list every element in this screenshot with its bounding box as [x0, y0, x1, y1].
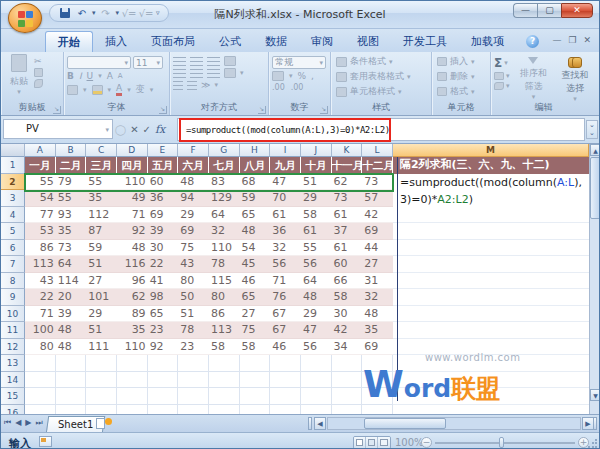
close-button[interactable]: ✕ [561, 3, 593, 18]
cell-G4[interactable]: 64 [209, 207, 240, 224]
cell-E15[interactable] [148, 388, 179, 405]
orientation-icon[interactable] [224, 56, 236, 66]
zoom-out-icon[interactable]: − [421, 437, 432, 448]
cell-H16[interactable] [240, 405, 271, 415]
cell-C13[interactable] [86, 355, 117, 372]
cell-B6[interactable]: 73 [56, 240, 87, 257]
cell-B3[interactable]: 55 [56, 190, 87, 207]
delete-cells-button[interactable]: 删除▾ [435, 69, 487, 84]
cell-G15[interactable] [209, 388, 240, 405]
cell-H5[interactable]: 48 [240, 223, 271, 240]
paste-button[interactable]: 粘贴 [4, 75, 34, 88]
cell-D16[interactable] [117, 405, 148, 415]
border-icon[interactable] [67, 85, 78, 95]
cell-H10[interactable]: 27 [240, 306, 271, 323]
cell-M9[interactable] [393, 289, 589, 306]
cell-J15[interactable] [301, 388, 332, 405]
cell-F3[interactable]: 94 [178, 190, 209, 207]
page-break-view-icon[interactable] [378, 437, 390, 448]
align-right-icon[interactable] [207, 69, 220, 78]
cell-E13[interactable] [148, 355, 179, 372]
increase-decimal-icon[interactable]: .00 [272, 83, 285, 92]
cell-F10[interactable]: 51 [178, 306, 209, 323]
cell-B2[interactable]: 79 [56, 174, 87, 191]
cell-B9[interactable]: 20 [56, 289, 87, 306]
column-header-G[interactable]: G [209, 144, 240, 157]
cell-H3[interactable]: 59 [240, 190, 271, 207]
column-header-D[interactable]: D [117, 144, 148, 157]
cell-F4[interactable]: 29 [178, 207, 209, 224]
insert-function-icon[interactable]: fx [155, 123, 165, 136]
cell-G14[interactable] [209, 372, 240, 389]
copy-icon[interactable] [34, 68, 43, 77]
tab-home[interactable]: 开始 [45, 31, 93, 52]
insert-worksheet-icon[interactable] [96, 418, 112, 430]
cell-L6[interactable]: 44 [362, 240, 393, 257]
column-header-H[interactable]: H [240, 144, 271, 157]
cell-F6[interactable]: 75 [178, 240, 209, 257]
select-all-corner[interactable] [1, 144, 25, 157]
cell-L5[interactable]: 69 [362, 223, 393, 240]
cell-K4[interactable]: 61 [332, 207, 363, 224]
horizontal-split-handle[interactable] [593, 417, 597, 430]
cell-L10[interactable]: 48 [362, 306, 393, 323]
underline-button[interactable]: U [87, 71, 94, 81]
cell-J7[interactable]: 56 [301, 256, 332, 273]
enter-icon[interactable]: ✓ [143, 124, 151, 135]
cell-H2[interactable]: 68 [240, 174, 271, 191]
cell-K5[interactable]: 37 [332, 223, 363, 240]
row-header-4[interactable]: 4 [1, 207, 25, 224]
cell-B13[interactable] [56, 355, 87, 372]
tab-split-handle[interactable] [308, 417, 312, 430]
cell-I12[interactable]: 46 [270, 339, 301, 356]
cell-I6[interactable]: 32 [270, 240, 301, 257]
tab-data[interactable]: 数据 [253, 31, 299, 52]
cell-J6[interactable]: 55 [301, 240, 332, 257]
cell-J2[interactable]: 51 [301, 174, 332, 191]
cell-J11[interactable]: 47 [301, 322, 332, 339]
tab-developer[interactable]: 开发工具 [391, 31, 459, 52]
cell-L11[interactable]: 35 [362, 322, 393, 339]
cell-D14[interactable] [117, 372, 148, 389]
cell-F12[interactable]: 23 [178, 339, 209, 356]
scroll-up-icon[interactable]: ▲ [590, 144, 600, 156]
cell-K7[interactable]: 60 [332, 256, 363, 273]
cell-A16[interactable] [25, 405, 56, 415]
cell-J3[interactable]: 29 [301, 190, 332, 207]
cell-G10[interactable]: 86 [209, 306, 240, 323]
align-middle-icon[interactable] [190, 57, 203, 66]
cell-C1[interactable]: 三月 [86, 157, 117, 174]
cell-J4[interactable]: 58 [301, 207, 332, 224]
cell-B11[interactable]: 48 [56, 322, 87, 339]
cell-styles-button[interactable]: 单元格样式▾ [334, 84, 428, 99]
format-painter-icon[interactable] [34, 79, 43, 88]
conditional-formatting-button[interactable]: 条件格式▾ [334, 54, 428, 69]
zoom-slider[interactable] [435, 442, 575, 444]
clipboard-dialog-launcher-icon[interactable]: ↘ [53, 106, 61, 114]
cell-M4[interactable] [393, 207, 589, 224]
cell-H11[interactable]: 75 [240, 322, 271, 339]
decrease-decimal-icon[interactable]: .00 [291, 83, 304, 92]
cell-A1[interactable]: 一月 [25, 157, 56, 174]
cell-G3[interactable]: 129 [209, 190, 240, 207]
cell-J1[interactable]: 十月 [301, 157, 332, 174]
bold-button[interactable]: B [67, 71, 74, 81]
cell-F16[interactable] [178, 405, 209, 415]
cell-C3[interactable]: 35 [86, 190, 117, 207]
cell-C16[interactable] [86, 405, 117, 415]
cell-J16[interactable] [301, 405, 332, 415]
cell-D2[interactable]: 110 [117, 174, 148, 191]
cell-C8[interactable]: 27 [86, 273, 117, 290]
align-center-icon[interactable] [190, 69, 203, 78]
help-icon[interactable]: ? [526, 35, 539, 48]
number-format-combo[interactable]: 常规▾ [272, 56, 326, 69]
cell-A6[interactable]: 86 [25, 240, 56, 257]
cell-L9[interactable]: 32 [362, 289, 393, 306]
row-header-14[interactable]: 14 [1, 372, 25, 389]
grow-font-icon[interactable]: A [107, 71, 113, 81]
tab-review[interactable]: 审阅 [299, 31, 345, 52]
cell-H9[interactable]: 65 [240, 289, 271, 306]
column-header-M[interactable]: M [393, 144, 589, 157]
alignment-dialog-launcher-icon[interactable]: ↘ [258, 106, 266, 114]
cell-A9[interactable]: 22 [25, 289, 56, 306]
